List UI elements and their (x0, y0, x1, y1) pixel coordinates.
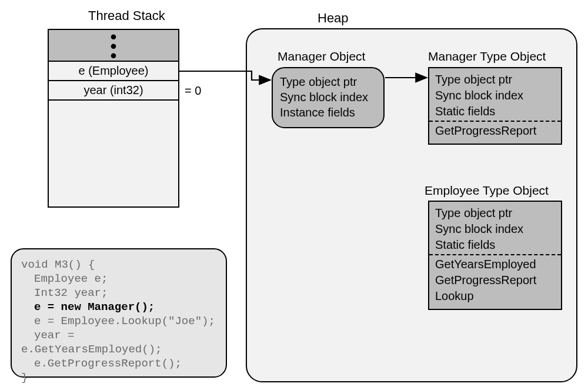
code-line-4: e = new Manager(); (21, 300, 216, 314)
code-line-5: e = Employee.Lookup("Joe"); (21, 314, 216, 328)
code-line-2: Employee e; (21, 272, 216, 286)
code-line-8: } (21, 371, 216, 385)
code-line-3: Int32 year; (21, 286, 216, 300)
code-line-7: e.GetProgressReport(); (21, 356, 216, 371)
code-line-6: year = e.GetYearsEmployed(); (21, 328, 216, 356)
code-line-1: void M3() { (21, 258, 216, 272)
code-box: void M3() { Employee e; Int32 year; e = … (11, 248, 227, 378)
